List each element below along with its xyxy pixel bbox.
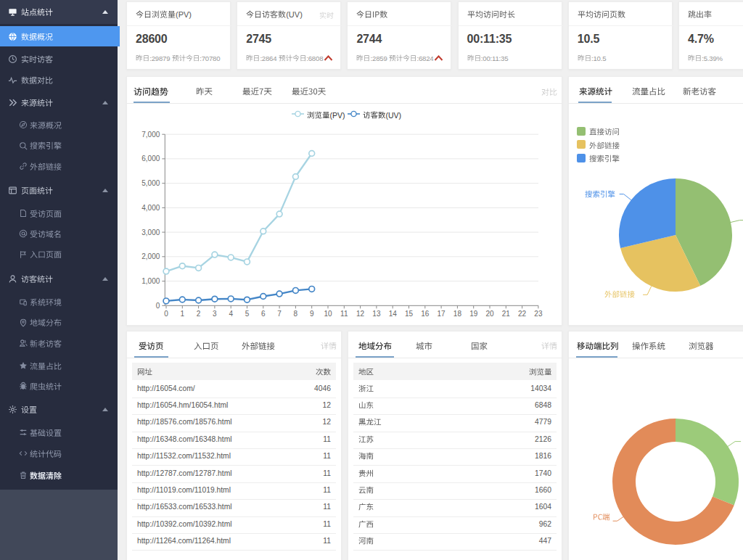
svg-text:23: 23 [534, 310, 543, 318]
svg-text:2,000: 2,000 [141, 252, 160, 260]
svg-text:20: 20 [485, 310, 494, 318]
svg-text:0: 0 [156, 302, 160, 310]
svg-text:19: 19 [469, 310, 478, 318]
svg-text:18: 18 [453, 310, 462, 318]
svg-text:14: 14 [389, 310, 398, 318]
svg-text:3: 3 [213, 310, 217, 318]
svg-text:12: 12 [356, 310, 365, 318]
svg-text:8: 8 [294, 310, 298, 318]
svg-text:4,000: 4,000 [141, 204, 160, 212]
svg-text:10: 10 [324, 310, 332, 318]
svg-text:5,000: 5,000 [141, 179, 160, 187]
svg-text:13: 13 [372, 310, 381, 318]
svg-text:11: 11 [340, 310, 348, 318]
svg-text:2: 2 [197, 310, 201, 318]
svg-text:15: 15 [405, 310, 414, 318]
svg-text:4: 4 [229, 310, 233, 318]
svg-text:0: 0 [164, 310, 168, 318]
svg-text:17: 17 [438, 310, 446, 318]
svg-text:6,000: 6,000 [141, 155, 160, 162]
svg-text:6: 6 [261, 310, 266, 318]
svg-text:3,000: 3,000 [141, 228, 160, 236]
svg-text:5: 5 [245, 310, 250, 318]
svg-text:9: 9 [310, 310, 314, 318]
svg-text:16: 16 [421, 310, 430, 318]
svg-text:1,000: 1,000 [141, 277, 160, 285]
svg-text:22: 22 [518, 310, 527, 318]
svg-text:7: 7 [277, 310, 282, 318]
svg-text:21: 21 [502, 310, 511, 318]
svg-text:1: 1 [181, 310, 185, 318]
svg-text:7,000: 7,000 [141, 131, 160, 139]
